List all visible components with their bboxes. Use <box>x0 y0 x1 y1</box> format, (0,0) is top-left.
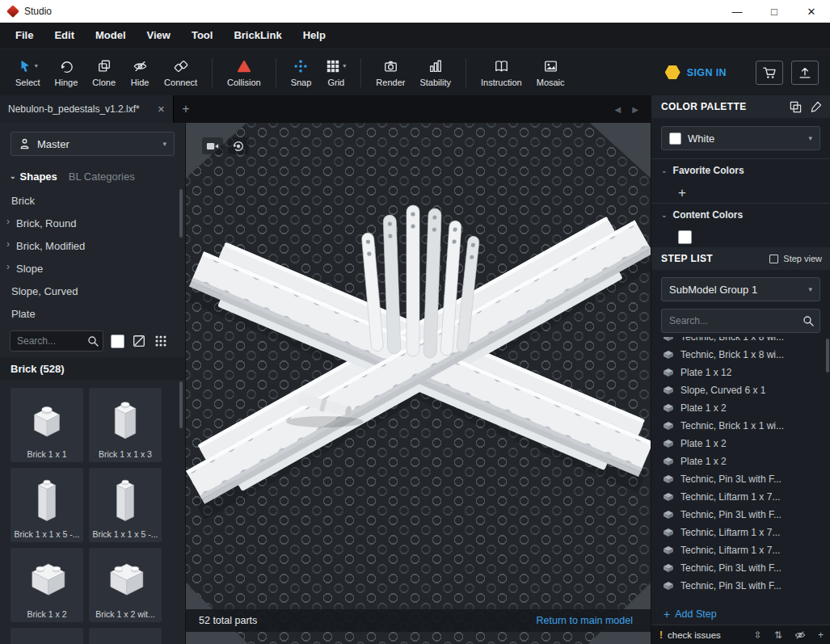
category-scrollbar[interactable] <box>179 189 183 238</box>
menu-tool[interactable]: Tool <box>181 23 223 48</box>
document-tab-active[interactable]: Nebulon-b_pedestals_v1.2.lxf* ✕ <box>0 95 174 123</box>
content-colors-section[interactable]: ⌄ Content Colors <box>651 204 830 226</box>
new-tab-button[interactable]: + <box>174 102 198 116</box>
chevron-down-icon[interactable]: ▾ <box>35 62 38 69</box>
step-view-checkbox[interactable] <box>769 255 778 263</box>
step-list-item[interactable]: Technic, Liftarm 1 x 7... <box>663 488 827 506</box>
step-list-item[interactable]: Plate 1 x 2 <box>663 399 827 417</box>
part-tile[interactable]: Brick 1 x 2 wit... <box>89 548 162 622</box>
return-to-main-model-link[interactable]: Return to main model <box>536 615 633 626</box>
menu-edit[interactable]: Edit <box>44 23 85 48</box>
tab-shapes[interactable]: ⌄Shapes <box>10 170 57 183</box>
part-tile[interactable]: Brick 1 x 1 x 5 -... <box>89 468 162 542</box>
step-list-item[interactable]: Plate 1 x 2 <box>663 452 827 470</box>
step-back-icon[interactable]: ◀ <box>609 105 627 114</box>
menu-file[interactable]: File <box>5 23 44 48</box>
step-list-item[interactable]: Technic, Liftarm 1 x 7... <box>663 541 827 559</box>
add-icon[interactable]: + <box>818 629 824 641</box>
stability-tool-button[interactable]: Stability <box>412 52 458 94</box>
category-brick-round[interactable]: ›Brick, Round <box>0 212 185 234</box>
brick-icon <box>663 457 674 466</box>
part-tile-partial[interactable] <box>89 628 162 644</box>
maximize-button[interactable]: □ <box>756 0 793 23</box>
brick-icon <box>663 337 674 342</box>
tab-close-icon[interactable]: ✕ <box>158 104 165 115</box>
menu-bricklink[interactable]: BrickLink <box>223 23 292 48</box>
part-tile-partial[interactable] <box>11 628 83 644</box>
screenshot-camera-button[interactable] <box>202 137 223 154</box>
menu-help[interactable]: Help <box>293 23 336 48</box>
step-list-item[interactable]: Slope, Curved 6 x 1 <box>663 381 827 399</box>
step-list-item[interactable]: Technic, Pin 3L with F... <box>663 506 827 524</box>
part-tile[interactable]: Brick 1 x 2 <box>11 548 83 622</box>
hinge-tool-button[interactable]: Hinge <box>48 52 86 94</box>
close-button[interactable]: ✕ <box>793 0 830 23</box>
color-filter-swatch[interactable] <box>111 335 124 348</box>
step-list-item[interactable]: Technic, Pin 3L with F... <box>663 559 827 577</box>
grid-tool-button[interactable]: ▾ Grid <box>318 52 353 94</box>
sign-in-button[interactable]: SIGN IN <box>665 65 727 79</box>
eye-off-icon[interactable] <box>794 630 806 640</box>
tab-bl-categories[interactable]: BL Categories <box>69 170 135 183</box>
mosaic-tool-button[interactable]: Mosaic <box>529 52 572 94</box>
favorite-colors-section[interactable]: ⌄ Favorite Colors <box>651 159 830 182</box>
step-search-input[interactable] <box>661 309 820 333</box>
category-brick[interactable]: Brick <box>0 189 185 212</box>
select-tool-button[interactable]: ▾ Select <box>8 52 48 94</box>
clone-tool-button[interactable]: Clone <box>85 52 123 94</box>
step-list-item[interactable]: Plate 1 x 12 <box>663 364 827 381</box>
brick-icon <box>663 510 674 520</box>
category-slope[interactable]: ›Slope <box>0 257 185 280</box>
hide-tool-button[interactable]: Hide <box>123 52 157 94</box>
step-view-toggle[interactable]: Step view <box>769 254 822 263</box>
menu-view[interactable]: View <box>137 23 181 48</box>
category-brick-modified[interactable]: ›Brick, Modified <box>0 234 185 257</box>
step-list-item[interactable]: Technic, Pin 3L with F... <box>663 577 827 595</box>
model-selector-dropdown[interactable]: Master ▾ <box>11 132 175 156</box>
3d-viewport[interactable]: 52 total parts Return to main model <box>186 123 651 644</box>
step-list-item[interactable]: Technic, Pin 3L with F... <box>663 470 827 488</box>
add-step-button[interactable]: + Add Step <box>651 604 830 625</box>
cart-button[interactable] <box>756 61 783 85</box>
step-list-item[interactable]: Technic, Brick 1 x 8 wi... <box>663 337 827 346</box>
instruction-tool-button[interactable]: Instruction <box>474 52 529 94</box>
collision-tool-button[interactable]: Collision <box>220 52 268 94</box>
render-tool-button[interactable]: Render <box>369 52 412 94</box>
category-slope-curved[interactable]: Slope, Curved <box>0 280 185 302</box>
instruction-book-icon <box>494 59 509 74</box>
lego-model[interactable] <box>186 123 651 644</box>
parts-scrollbar[interactable] <box>179 381 183 428</box>
step-list-item[interactable]: Technic, Liftarm 1 x 7... <box>663 524 827 541</box>
eyedropper-icon[interactable] <box>810 101 822 113</box>
step-forward-icon[interactable]: ▶ <box>626 105 644 114</box>
content-color-swatch-white[interactable] <box>678 230 692 244</box>
part-tile[interactable]: Brick 1 x 1 x 5 -... <box>11 468 83 542</box>
part-tile[interactable]: Brick 1 x 1 <box>11 388 83 462</box>
reorder-steps-icon[interactable]: ⇅ <box>774 629 782 641</box>
step-list-scrollbar[interactable] <box>826 339 829 373</box>
connect-tool-button[interactable]: Connect <box>157 52 204 94</box>
orbit-reset-button[interactable] <box>228 137 249 154</box>
add-favorite-color-button[interactable]: + <box>678 186 686 200</box>
step-list-item[interactable]: Technic, Brick 1 x 1 wi... <box>663 417 827 435</box>
category-plate[interactable]: Plate <box>0 302 185 325</box>
step-list-item[interactable]: Plate 1 x 2 <box>663 435 827 452</box>
view-grid-icon[interactable] <box>154 334 168 348</box>
submodel-selector-dropdown[interactable]: SubModel Group 1 ▾ <box>661 277 820 301</box>
color-selector-dropdown[interactable]: White ▾ <box>661 126 820 150</box>
print-filter-icon[interactable] <box>132 334 146 348</box>
expand-collapse-icon[interactable]: ⇳ <box>754 629 762 641</box>
part-tile[interactable]: Brick 1 x 1 x 3 <box>89 388 162 462</box>
menu-model[interactable]: Model <box>85 23 137 48</box>
studio-app-window: Studio — □ ✕ File Edit Model View Tool B… <box>0 0 830 644</box>
chevron-down-icon[interactable]: ▾ <box>343 62 346 69</box>
step-list[interactable]: Technic, Brick 1 x 8 wi... Technic, Bric… <box>651 337 830 604</box>
upload-button[interactable] <box>791 61 819 85</box>
toolbar-divider <box>466 58 466 87</box>
check-issues-button[interactable]: check issues <box>668 630 742 640</box>
step-list-item[interactable]: Technic, Brick 1 x 8 wi... <box>663 346 827 364</box>
palette-swap-icon[interactable] <box>790 101 802 113</box>
minimize-button[interactable]: — <box>718 0 756 23</box>
snap-tool-button[interactable]: Snap <box>284 52 319 94</box>
tab-title: Nebulon-b_pedestals_v1.2.lxf* <box>8 103 151 115</box>
